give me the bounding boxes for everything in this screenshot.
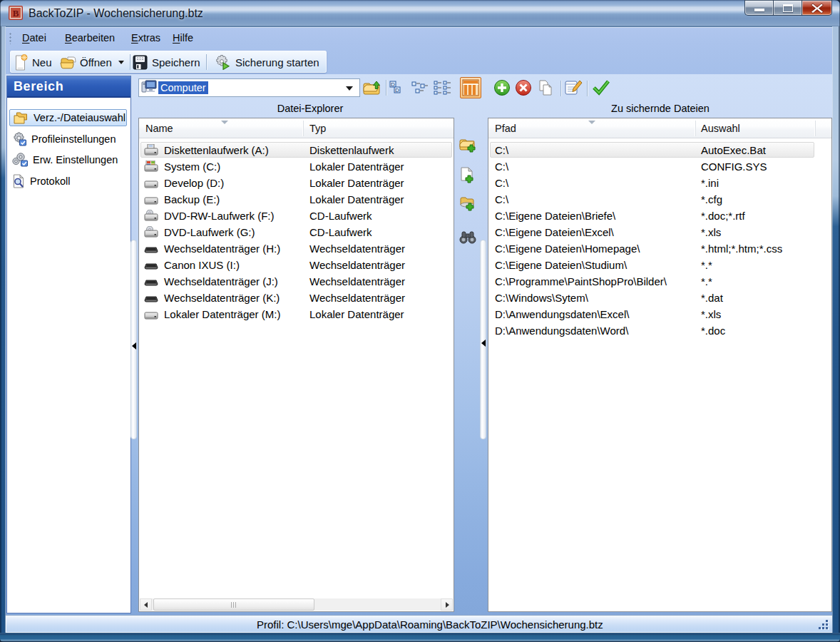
svg-text:D: D: [395, 87, 399, 93]
svg-text:B: B: [13, 8, 19, 19]
